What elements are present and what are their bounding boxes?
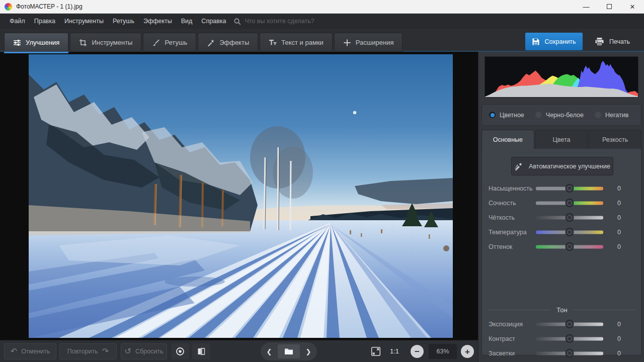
radio-icon (489, 112, 496, 118)
main-tab-label: Инструменты (92, 39, 132, 46)
app-logo-icon (5, 3, 12, 11)
menu-item-4[interactable]: Ретушь (108, 14, 139, 29)
slider-value: 0 (617, 350, 621, 357)
eye-icon (175, 346, 185, 356)
slider-knob[interactable] (566, 320, 574, 328)
magic-wand-icon (514, 162, 524, 171)
winter-photo[interactable] (29, 54, 453, 338)
zoom-level[interactable]: 63% (429, 344, 457, 359)
slider-value: 0 (617, 321, 621, 328)
main-tab-label: Эффекты (219, 39, 249, 46)
histogram (485, 56, 638, 98)
sliders-icon (13, 39, 21, 47)
before-after-button[interactable] (192, 343, 210, 359)
slider-row-контраст: Контраст0 (482, 331, 642, 346)
slider-value: 0 (617, 335, 621, 342)
main-tab-6[interactable]: Расширения (334, 33, 403, 52)
slider-knob[interactable] (566, 184, 574, 193)
auto-enhance-button[interactable]: Автоматическое улучшение (511, 157, 613, 175)
slider-knob[interactable] (566, 213, 574, 222)
zoom-out-button[interactable]: − (411, 345, 424, 358)
menu-item-6[interactable]: Вид (177, 14, 197, 29)
fit-to-screen-button[interactable] (369, 344, 383, 358)
open-folder-button[interactable] (278, 344, 300, 358)
slider-track[interactable] (536, 322, 603, 326)
main-tab-label: Улучшения (26, 39, 59, 46)
slider-label: Сочность (489, 200, 516, 207)
menu-item-3[interactable]: Инструменты (60, 14, 108, 29)
slider-track[interactable] (536, 201, 603, 205)
mode-radio-2[interactable]: Черно-белое (535, 112, 584, 119)
main-tab-3[interactable]: Ретушь (143, 33, 196, 52)
slider-track[interactable] (536, 245, 603, 248)
radio-icon (535, 112, 542, 118)
mode-radio-1[interactable]: Цветное (489, 112, 524, 119)
zoom-in-button[interactable]: + (461, 345, 474, 358)
slider-row-экспозиция: Экспозиция0 (482, 317, 642, 331)
main-tab-4[interactable]: Эффекты (198, 33, 258, 52)
menu-item-1[interactable]: Файл (5, 14, 30, 29)
panel-tab-1[interactable]: Основные (481, 130, 534, 149)
reset-icon: ↺ (125, 347, 131, 355)
save-button[interactable]: Сохранить (525, 33, 583, 50)
main-tab-5[interactable]: Текст и рамки (260, 33, 333, 52)
tone-section-header: Тон (482, 305, 642, 315)
quick-search[interactable]: Что вы хотите сделать? (233, 18, 314, 25)
slider-label: Насыщенность (489, 185, 533, 192)
menu-item-2[interactable]: Правка (30, 14, 60, 29)
slider-row-чёткость: Чёткость0 (482, 210, 642, 225)
mode-radio-label: Черно-белое (546, 112, 584, 119)
undo-button[interactable]: ↶ Отменить (4, 343, 56, 359)
slider-track[interactable] (536, 230, 603, 234)
slider-knob[interactable] (566, 242, 574, 251)
adjustments-panel: ЦветноеЧерно-белоеНегатив ОсновныеЦветаР… (478, 52, 644, 362)
menu-item-5[interactable]: Эффекты (139, 14, 177, 29)
next-photo-button[interactable]: ❯ (303, 348, 314, 355)
reset-button[interactable]: ↺ Сбросить (121, 343, 167, 359)
slider-value: 0 (617, 214, 621, 221)
radio-icon (595, 112, 601, 118)
main-tab-1[interactable]: Улучшения (4, 33, 68, 52)
slider-knob[interactable] (566, 334, 574, 343)
main-tab-2[interactable]: Инструменты (70, 33, 141, 52)
reset-label: Сбросить (135, 348, 164, 355)
slider-knob[interactable] (566, 199, 574, 207)
window-title: ФотоМАСТЕР - 1 (1).jpg (16, 3, 83, 10)
slider-row-насыщенность: Насыщенность0 (482, 181, 642, 196)
mode-radio-label: Цветное (500, 112, 524, 119)
color-mode-group: ЦветноеЧерно-белоеНегатив (481, 104, 641, 126)
slider-row-оттенок: Оттенок0 (482, 239, 642, 254)
print-button[interactable]: Печать (588, 33, 637, 50)
main-tab-label: Ретушь (165, 39, 187, 46)
slider-track[interactable] (536, 351, 603, 355)
search-placeholder: Что вы хотите сделать? (245, 18, 314, 25)
slider-track[interactable] (536, 187, 603, 190)
slider-knob[interactable] (566, 228, 574, 236)
redo-button[interactable]: Повторить ↷ (59, 343, 117, 359)
mode-radio-3[interactable]: Негатив (595, 112, 628, 119)
previous-photo-button[interactable]: ❮ (264, 348, 275, 355)
slider-value: 0 (617, 185, 621, 192)
slider-row-температура: Температура0 (482, 225, 642, 239)
menu-item-7[interactable]: Справка (197, 14, 230, 29)
basic-adjustments: Автоматическое улучшение Насыщенность0Со… (481, 149, 641, 355)
slider-value: 0 (617, 243, 621, 250)
wand-icon (207, 39, 215, 47)
undo-icon: ↶ (11, 347, 17, 355)
close-button[interactable]: ✕ (621, 0, 644, 13)
slider-track[interactable] (536, 216, 603, 219)
slider-knob[interactable] (566, 349, 574, 357)
panel-tab-3[interactable]: Резкость (589, 130, 641, 149)
tone-title: Тон (556, 306, 567, 314)
window-controls: — ✕ (575, 0, 644, 13)
slider-label: Экспозиция (489, 321, 523, 328)
preview-original-button[interactable] (171, 343, 189, 359)
slider-track[interactable] (536, 337, 603, 340)
maximize-button[interactable] (598, 0, 621, 13)
minimize-button[interactable]: — (575, 0, 598, 13)
print-label: Печать (609, 38, 630, 45)
slider-label: Оттенок (489, 243, 512, 250)
actual-size-button[interactable]: 1:1 (390, 347, 399, 355)
panel-tab-2[interactable]: Цвета (535, 130, 588, 149)
panel-tabs: ОсновныеЦветаРезкость (481, 130, 641, 149)
